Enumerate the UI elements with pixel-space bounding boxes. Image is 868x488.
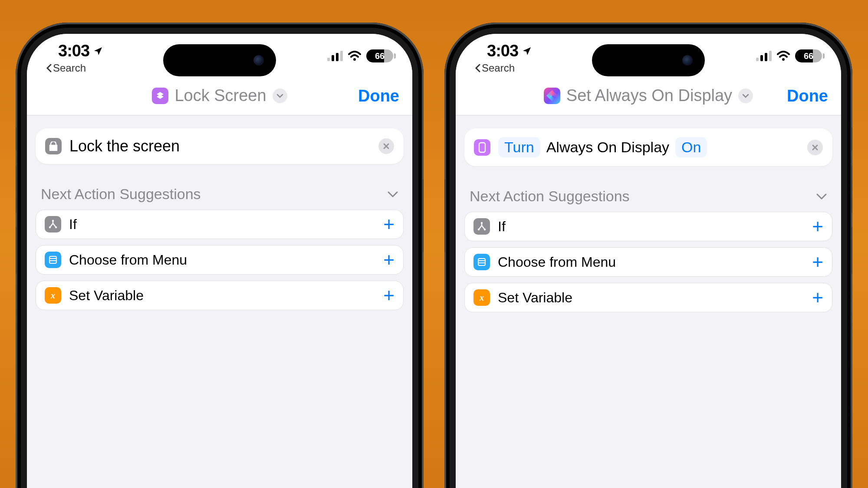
add-icon[interactable]: + xyxy=(812,222,823,231)
back-label: Search xyxy=(482,62,515,74)
action-card[interactable]: Lock the screen xyxy=(36,128,404,164)
suggestions-heading: Next Action Suggestions xyxy=(41,186,201,203)
mute-switch[interactable] xyxy=(852,127,852,151)
volume-up-button[interactable] xyxy=(852,166,852,213)
svg-rect-14 xyxy=(765,53,767,61)
svg-rect-5 xyxy=(50,145,57,151)
svg-point-18 xyxy=(481,222,483,224)
svg-point-20 xyxy=(484,229,486,230)
battery-level: 66 xyxy=(375,51,385,61)
delete-action-button[interactable] xyxy=(807,140,823,155)
action-verb-pill[interactable]: Turn xyxy=(498,137,540,157)
suggestion-label: Set Variable xyxy=(498,290,804,306)
suggestions-list: If + Choose from Menu + x Set Variable + xyxy=(464,212,832,312)
cell-signal-icon xyxy=(756,51,772,61)
svg-rect-17 xyxy=(479,143,485,152)
done-button[interactable]: Done xyxy=(787,86,828,105)
menu-icon xyxy=(45,252,61,268)
back-label: Search xyxy=(53,62,86,74)
phone-left: 3:03 Search xyxy=(16,23,424,488)
svg-point-6 xyxy=(52,220,54,222)
phone-right: 3:03 Search xyxy=(444,23,852,488)
svg-point-19 xyxy=(478,229,480,230)
add-icon[interactable]: + xyxy=(383,291,395,300)
action-card[interactable]: Turn Always On Display On xyxy=(464,128,832,166)
battery-level: 66 xyxy=(804,51,813,61)
wifi-icon xyxy=(777,51,790,61)
svg-point-4 xyxy=(353,58,356,61)
branch-icon xyxy=(45,216,61,233)
suggestion-label: Choose from Menu xyxy=(498,254,804,270)
volume-down-button[interactable] xyxy=(852,226,852,274)
svg-rect-3 xyxy=(340,51,343,61)
svg-rect-1 xyxy=(332,55,334,61)
menu-icon xyxy=(473,254,490,270)
cell-signal-icon xyxy=(327,51,343,61)
back-to-search[interactable]: Search xyxy=(475,62,532,74)
action-text: Lock the screen xyxy=(69,137,180,155)
dynamic-island xyxy=(592,44,705,76)
suggestion-if[interactable]: If + xyxy=(464,212,832,241)
branch-icon xyxy=(473,218,490,235)
svg-rect-15 xyxy=(769,51,772,61)
suggestion-if[interactable]: If + xyxy=(36,210,404,239)
svg-rect-9 xyxy=(49,256,56,263)
done-button[interactable]: Done xyxy=(358,86,399,105)
suggestion-label: If xyxy=(498,219,804,235)
svg-rect-0 xyxy=(327,58,330,61)
add-icon[interactable]: + xyxy=(812,293,823,302)
wifi-icon xyxy=(348,51,361,61)
power-button[interactable] xyxy=(423,179,424,252)
suggestion-label: Choose from Menu xyxy=(69,252,375,268)
svg-point-8 xyxy=(55,226,57,228)
add-icon[interactable]: + xyxy=(383,219,395,229)
svg-point-16 xyxy=(782,58,785,61)
suggestion-choose-menu[interactable]: Choose from Menu + xyxy=(464,247,832,277)
svg-rect-12 xyxy=(756,58,759,61)
display-icon xyxy=(474,139,490,156)
title-menu-button[interactable] xyxy=(738,88,753,103)
close-icon xyxy=(383,143,390,150)
nav-bar: Lock Screen Done xyxy=(27,76,412,115)
chevron-down-icon xyxy=(276,94,283,98)
nav-title-text: Lock Screen xyxy=(174,86,266,105)
screen: 3:03 Search xyxy=(456,34,841,488)
shortcut-title[interactable]: Set Always On Display xyxy=(544,86,753,105)
svg-point-7 xyxy=(49,226,51,228)
action-state-pill[interactable]: On xyxy=(675,137,707,157)
shortcuts-app-icon xyxy=(544,88,560,104)
dynamic-island xyxy=(163,44,276,76)
back-to-search[interactable]: Search xyxy=(46,62,103,74)
lock-icon xyxy=(45,138,62,154)
volume-up-button[interactable] xyxy=(16,166,16,213)
volume-down-button[interactable] xyxy=(16,226,16,274)
chevron-down-icon[interactable] xyxy=(387,191,398,198)
back-caret-icon xyxy=(475,64,481,72)
suggestion-choose-menu[interactable]: Choose from Menu + xyxy=(36,245,404,275)
screen: 3:03 Search xyxy=(27,34,412,488)
shortcut-title[interactable]: Lock Screen xyxy=(152,86,287,105)
close-icon xyxy=(812,144,819,151)
delete-action-button[interactable] xyxy=(378,138,394,154)
suggestions-list: If + Choose from Menu + x Set Variable + xyxy=(36,210,404,310)
power-button[interactable] xyxy=(444,179,445,252)
suggestion-label: If xyxy=(69,216,375,233)
lockscreen-app-icon xyxy=(152,88,168,104)
variable-icon: x xyxy=(45,287,61,304)
mute-switch[interactable] xyxy=(16,127,16,151)
title-menu-button[interactable] xyxy=(273,88,287,103)
svg-rect-21 xyxy=(478,259,485,265)
location-icon xyxy=(93,46,103,56)
svg-rect-2 xyxy=(336,53,339,61)
chevron-down-icon xyxy=(742,94,749,98)
suggestions-heading: Next Action Suggestions xyxy=(470,188,630,205)
add-icon[interactable]: + xyxy=(383,255,395,265)
chevron-down-icon[interactable] xyxy=(816,193,827,200)
suggestion-set-variable[interactable]: x Set Variable + xyxy=(464,283,832,312)
add-icon[interactable]: + xyxy=(812,257,823,267)
suggestion-set-variable[interactable]: x Set Variable + xyxy=(36,281,404,310)
nav-bar: Set Always On Display Done xyxy=(456,76,841,115)
status-time: 3:03 xyxy=(58,42,89,60)
variable-icon: x xyxy=(473,289,490,306)
svg-rect-13 xyxy=(760,55,763,61)
